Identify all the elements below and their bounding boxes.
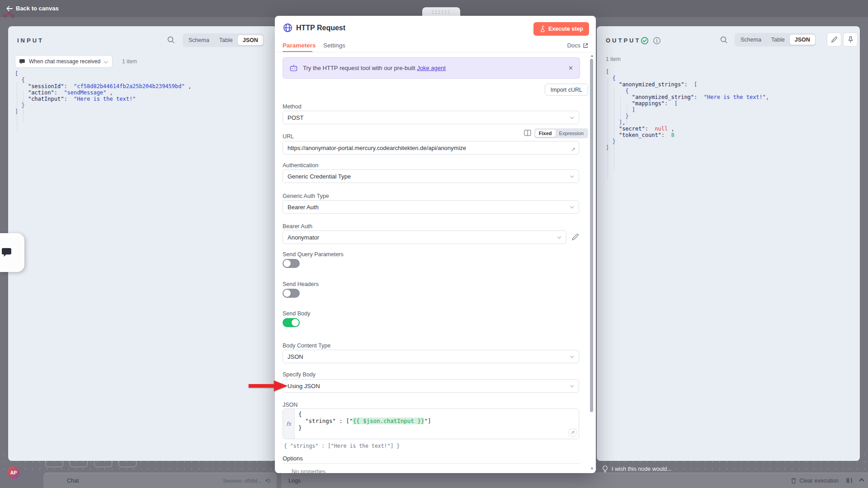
bearer-auth-value: Anonymator: [288, 234, 319, 241]
toggle-knob: [292, 319, 299, 326]
toggle-knob: [283, 260, 291, 267]
specify-body-select[interactable]: Using JSON: [283, 379, 579, 393]
split-view-icon[interactable]: [524, 130, 531, 136]
banner-text: Try the HTTP request tool with our pre-b…: [303, 65, 446, 71]
back-to-canvas-button[interactable]: Back to canvas: [6, 5, 59, 12]
specify-body-value: Using JSON: [288, 383, 320, 389]
edit-credential-pencil-icon[interactable]: [571, 233, 579, 241]
execute-step-button[interactable]: Execute step: [533, 22, 589, 36]
open-editor-expand-button[interactable]: [569, 429, 576, 436]
output-json-tree: [ { "anonymized_strings": [ { "anonymize…: [606, 69, 769, 151]
divider: [275, 52, 596, 52]
dimmed-button: [118, 455, 137, 467]
search-icon[interactable]: [720, 36, 728, 44]
joke-agent-link[interactable]: Joke agent: [417, 65, 446, 71]
bearer-auth-credential-select[interactable]: Anonymator: [283, 230, 566, 244]
arrow-left-icon: [6, 6, 13, 11]
logs-bottom-bar: Logs Clear execution: [281, 473, 868, 488]
dimmed-canvas-buttons: [45, 455, 137, 467]
send-query-parameters-toggle[interactable]: [283, 259, 300, 268]
url-value: https://anonymator-portal.mercury.codear…: [288, 145, 466, 151]
input-json-tree: [ { "sessionId": "cf58d82b44614fb2a25b20…: [15, 70, 191, 115]
json-body-code[interactable]: { "strings" : ["{{ $json.chatInput }}"]}: [295, 409, 435, 439]
expand-icon[interactable]: [571, 147, 576, 152]
chevron-down-icon: [570, 174, 574, 178]
n8n-logo-icon: [3, 11, 15, 19]
docs-link[interactable]: Docs: [567, 42, 588, 49]
send-body-toggle[interactable]: [283, 318, 300, 327]
mode-expression[interactable]: Expression: [556, 130, 587, 137]
back-to-canvas-label: Back to canvas: [16, 5, 59, 12]
body-content-type-select[interactable]: JSON: [283, 350, 579, 363]
logs-bar-label[interactable]: Logs: [288, 478, 301, 484]
reset-session-icon[interactable]: ⟲: [265, 477, 270, 484]
globe-icon: [283, 23, 292, 33]
output-tab-table[interactable]: Table: [766, 35, 790, 45]
chat-bar-label[interactable]: Chat: [67, 478, 79, 484]
tab-parameters[interactable]: Parameters: [283, 42, 316, 49]
indent-guide: [23, 91, 24, 122]
authentication-select[interactable]: Generic Credential Type: [283, 169, 579, 183]
input-tab-schema[interactable]: Schema: [184, 35, 214, 45]
chevron-down-icon: [570, 115, 574, 119]
session-info[interactable]: Session: cf58d... ⟲: [223, 477, 270, 484]
close-icon[interactable]: ✕: [568, 65, 573, 71]
output-panel-title: OUTPUT: [606, 37, 641, 44]
scrollbar-down-arrow[interactable]: ▼: [590, 467, 594, 471]
url-input[interactable]: https://anonymator-portal.mercury.codear…: [283, 141, 579, 155]
json-body-editor[interactable]: fx { "strings" : ["{{ $json.chatInput }}…: [283, 408, 579, 439]
input-panel-title: INPUT: [17, 37, 44, 44]
generic-auth-type-select[interactable]: Bearer Auth: [283, 200, 579, 214]
scrollbar-thumb[interactable]: [590, 59, 593, 412]
success-check-icon: [641, 37, 649, 45]
indent-guide: [17, 82, 17, 132]
generic-auth-type-label: Generic Auth Type: [283, 193, 329, 199]
clear-execution-label: Clear execution: [799, 478, 839, 484]
modal-drag-handle[interactable]: [422, 7, 460, 16]
expression-fx-gutter: fx: [283, 409, 295, 439]
edit-output-button[interactable]: [827, 33, 841, 47]
method-value: POST: [288, 114, 303, 121]
trash-icon: [791, 478, 797, 484]
pin-icon: [847, 36, 854, 43]
chat-bottom-bar: Chat Session: cf58d... ⟲: [43, 473, 277, 488]
mode-fixed[interactable]: Fixed: [535, 130, 556, 137]
scrollbar-up-arrow[interactable]: ▲: [590, 54, 594, 58]
indent-guide: [620, 97, 621, 134]
url-mode-toggle: Fixed Expression: [534, 128, 588, 138]
method-select[interactable]: POST: [283, 111, 579, 124]
toggle-knob: [283, 290, 291, 297]
input-tab-json[interactable]: JSON: [238, 35, 263, 45]
output-tab-schema[interactable]: Schema: [736, 35, 766, 45]
collapse-panel-chevron-icon[interactable]: [859, 478, 864, 483]
input-item-count: 1 item: [122, 58, 137, 65]
authentication-label: Authentication: [283, 162, 318, 169]
input-tab-table[interactable]: Table: [214, 35, 238, 45]
info-icon[interactable]: [653, 37, 661, 45]
body-content-type-value: JSON: [288, 353, 303, 360]
output-view-tabs: Schema Table JSON: [735, 33, 816, 47]
chevron-down-icon: [104, 60, 108, 64]
tab-settings[interactable]: Settings: [323, 42, 345, 49]
chat-panel-toggle[interactable]: [0, 233, 24, 272]
pin-data-button[interactable]: [843, 33, 858, 47]
output-panel: OUTPUT Schema Table JSON 1 item [ { "ano…: [597, 26, 860, 461]
send-headers-toggle[interactable]: [283, 289, 300, 298]
session-label: Session: cf58d...: [223, 478, 261, 483]
input-view-tabs: Schema Table JSON: [183, 33, 264, 47]
avatar[interactable]: AP: [7, 466, 20, 479]
docs-label: Docs: [567, 42, 580, 49]
red-annotation-arrow: [249, 380, 288, 392]
http-request-node-modal: HTTP Request Execute step Parameters Set…: [275, 16, 596, 473]
divider: [283, 463, 580, 464]
toggle-panel-icon[interactable]: [846, 478, 853, 483]
external-link-icon: [583, 43, 588, 48]
input-panel: INPUT Schema Table JSON When chat messag…: [8, 26, 277, 461]
authentication-value: Generic Credential Type: [288, 173, 351, 180]
clear-execution-button[interactable]: Clear execution: [791, 478, 839, 484]
wish-feedback-button[interactable]: I wish this node would...: [602, 465, 672, 473]
input-source-selector[interactable]: When chat message received: [15, 55, 113, 68]
search-icon[interactable]: [167, 36, 175, 44]
import-curl-button[interactable]: Import cURL: [545, 84, 588, 96]
output-tab-json[interactable]: JSON: [790, 35, 815, 45]
